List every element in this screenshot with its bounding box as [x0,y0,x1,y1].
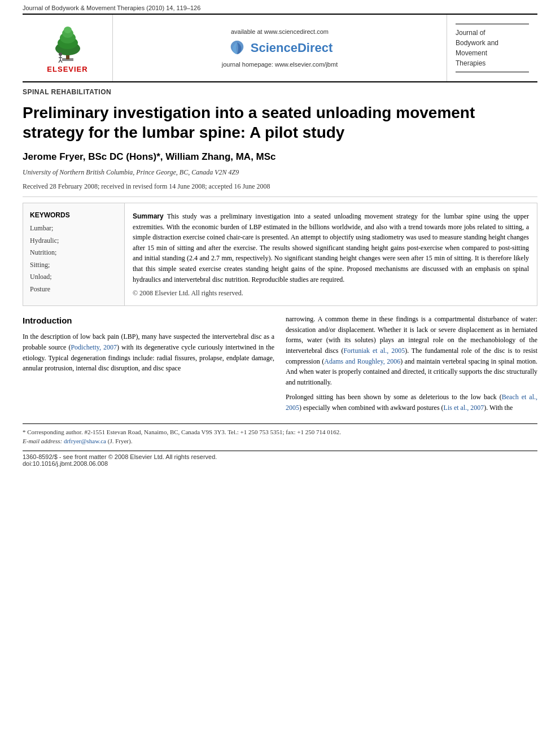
authors-text: Jerome Fryer, BSc DC (Hons)*, William Zh… [23,151,276,162]
footnote-line2: E-mail address: drfryer@shaw.ca (J. Frye… [23,436,537,446]
keyword-1: Lumbar; [30,222,117,235]
journal-ref-text: Journal of Bodywork & Movement Therapies… [23,5,200,11]
elsevier-logo: ELSEVIER [23,15,113,81]
email-link[interactable]: drfryer@shaw.ca [64,438,106,444]
bottom-bar: 1360-8592/$ - see front matter © 2008 El… [23,451,537,467]
right-column: narrowing. A common theme in these findi… [286,314,537,417]
abstract-section: KEYWORDS Lumbar; Hydraulic; Nutrition; S… [23,203,537,306]
right-header: Journal of Bodywork and Movement Therapi… [447,15,537,81]
bottom-line1: 1360-8592/$ - see front matter © 2008 El… [23,453,537,460]
bottom-divider [456,72,529,72]
svg-point-6 [64,27,72,33]
keyword-2: Hydraulic; [30,235,117,247]
ref-beach[interactable]: Beach et al., 2005 [286,393,537,412]
ref-lis[interactable]: Lis et al., 2007 [444,404,484,412]
summary-label: Summary [133,212,164,220]
footnote-text-2: E-mail address: drfryer@shaw.ca (J. Frye… [23,438,132,444]
received-dates: Received 28 February 2008; received in r… [23,179,537,197]
sciencedirect-logo: ScienceDirect [227,40,333,56]
left-column: Introduction In the description of low b… [23,314,274,417]
keyword-6: Posture [30,283,117,296]
article-title: Preliminary investigation into a seated … [0,98,560,148]
summary-body: This study was a preliminary investigati… [133,212,529,283]
intro-para-1-text: In the description of low back pain (LBP… [23,333,274,372]
summary-text: SummaryThis study was a preliminary inve… [133,211,529,285]
intro-para-1: In the description of low back pain (LBP… [23,331,274,373]
keywords-list: Lumbar; Hydraulic; Nutrition; Sitting; U… [30,222,117,296]
keyword-4: Sitting; [30,259,117,272]
sciencedirect-icon [227,40,247,56]
available-text: available at www.sciencedirect.com [231,28,329,35]
header-section: ELSEVIER available at www.sciencedirect.… [23,14,537,82]
journal-homepage-text: journal homepage: www.elsevier.com/jbmt [222,61,338,68]
summary-column: SummaryThis study was a preliminary inve… [125,203,537,305]
journal-reference: Journal of Bodywork & Movement Therapies… [0,0,560,14]
ref-adams[interactable]: Adams and Roughley, 2006 [324,357,400,365]
svg-line-10 [59,60,60,63]
authors: Jerome Fryer, BSc DC (Hons)*, William Zh… [0,148,560,166]
introduction-heading: Introduction [23,314,274,327]
sciencedirect-text: ScienceDirect [251,41,333,55]
right-para-1: narrowing. A common theme in these findi… [286,314,537,387]
journal-title-right: Journal of Bodywork and Movement Therapi… [456,28,529,68]
section-label: SPINAL REHABILITATION [0,82,560,98]
footnote-line1: * Corresponding author. #2-1551 Estevan … [23,427,537,437]
ref-podichetty[interactable]: Podichetty, 2007 [71,343,117,351]
bottom-line2: doi:10.1016/j.jbmt.2008.06.008 [23,460,537,467]
page: Journal of Bodywork & Movement Therapies… [0,0,560,747]
copyright-text: © 2008 Elsevier Ltd. All rights reserved… [133,289,529,298]
elsevier-brand-text: ELSEVIER [47,65,88,73]
journal-title-line1: Journal of [456,28,529,38]
elsevier-tree-icon [42,23,93,63]
top-divider [456,24,529,24]
svg-line-11 [60,60,62,63]
journal-title-line4: Therapies [456,58,529,68]
ref-fortuniak[interactable]: Fortuniak et al., 2005 [343,347,405,355]
body-content: Introduction In the description of low b… [23,314,537,417]
footnote-text-1: * Corresponding author. #2-1551 Estevan … [23,429,341,435]
right-para-2: Prolonged sitting has been shown by some… [286,392,537,413]
footnote-area: * Corresponding author. #2-1551 Estevan … [23,423,537,446]
journal-title-line3: Movement [456,48,529,58]
affiliation: University of Northern British Columbia,… [0,166,560,179]
center-header: available at www.sciencedirect.com Scien… [113,15,447,81]
keyword-5: Unload; [30,271,117,283]
keywords-title: KEYWORDS [30,211,117,219]
journal-title-line2: Bodywork and [456,38,529,48]
keywords-column: KEYWORDS Lumbar; Hydraulic; Nutrition; S… [23,203,125,305]
svg-point-7 [59,53,62,56]
keyword-3: Nutrition; [30,247,117,259]
